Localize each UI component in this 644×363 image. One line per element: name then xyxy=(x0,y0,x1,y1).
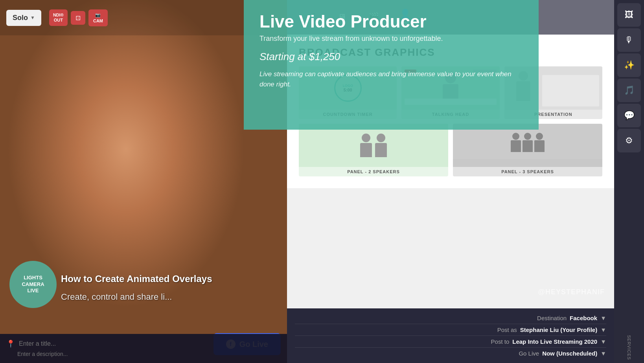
post-as-label: Post as xyxy=(497,326,517,333)
video-subtitle-overlay: Create, control and share li... xyxy=(61,292,172,302)
panel2-label: PANEL - 2 SPEAKERS xyxy=(299,167,448,176)
tiny-head-2 xyxy=(524,133,531,140)
image-text-button[interactable]: 🖼 xyxy=(617,3,641,27)
tiny-body-1 xyxy=(511,140,521,152)
destination-panel: Destination Facebook ▼ Post as Stephanie… xyxy=(287,308,614,363)
audio-button[interactable]: 🎙 xyxy=(617,28,641,52)
tiny-body-3 xyxy=(534,140,545,152)
monitor-button[interactable]: ⊡ xyxy=(71,11,85,25)
promo-description: Live streaming can captivate audiences a… xyxy=(259,69,523,89)
small-head-1 xyxy=(362,134,370,142)
chat-icon: 💬 xyxy=(624,110,635,121)
promo-price: Starting at $1,250 xyxy=(259,51,523,63)
destination-label: Destination xyxy=(537,315,567,321)
tiny-body-2 xyxy=(523,140,533,152)
cam-icon: 📷 xyxy=(95,13,101,18)
watermark: @HEYSTEPHANIF xyxy=(538,288,605,296)
cam-label: CAM xyxy=(93,18,103,23)
post-as-row: Post as Stephanie Liu (Your Profile) ▼ xyxy=(295,324,606,336)
solo-dropdown-arrow: ▼ xyxy=(30,15,35,20)
cam-button[interactable]: 📷 CAM xyxy=(88,9,108,26)
promo-title: Live Video Producer xyxy=(259,12,523,31)
panel3-preview xyxy=(453,124,602,167)
promo-subtitle: Transform your live stream from unknown … xyxy=(259,35,523,43)
title-input-row: 📍 xyxy=(6,339,281,348)
sparkle-icon: ✨ xyxy=(624,60,635,70)
music-icon: 🎵 xyxy=(624,85,635,95)
video-bottom-bar: 📍 xyxy=(0,334,287,363)
panel2-person2 xyxy=(375,134,387,157)
panel3-label: PANEL - 3 SPEAKERS xyxy=(453,167,602,176)
ndi-button[interactable]: NDI®OUT xyxy=(49,9,68,26)
go-live-time-row: Go Live Now (Unscheduled) ▼ xyxy=(295,348,606,359)
logo-line3: LIVE xyxy=(28,288,39,294)
panel3-card[interactable]: PANEL - 3 SPEAKERS xyxy=(453,124,602,176)
title-input[interactable] xyxy=(19,340,281,347)
logo-line2: CAMERA xyxy=(22,281,44,288)
panel3-person1 xyxy=(511,133,521,152)
settings-button[interactable]: ⚙ xyxy=(617,129,641,152)
tiny-head-3 xyxy=(536,133,543,140)
promo-overlay: Live Video Producer Transform your live … xyxy=(244,0,539,130)
post-to-row: Post to Leap Into Live Streaming 2020 ▼ xyxy=(295,336,606,348)
gear-icon: ⚙ xyxy=(625,136,633,146)
image-text-icon: 🖼 xyxy=(625,10,633,20)
pres-slide xyxy=(542,75,599,106)
go-live-time-label: Go Live xyxy=(519,350,539,357)
destination-row: Destination Facebook ▼ xyxy=(295,312,606,324)
destination-arrow[interactable]: ▼ xyxy=(600,315,606,321)
video-title-overlay: How to Create Animated Overlays xyxy=(61,273,212,284)
panel3-name-bar xyxy=(453,159,602,167)
playlist-button[interactable]: 🎵 xyxy=(617,79,641,102)
lcl-logo: LIGHTS CAMERA LIVE xyxy=(9,261,57,308)
panel2-card[interactable]: PANEL - 2 SPEAKERS xyxy=(299,124,448,176)
post-as-arrow[interactable]: ▼ xyxy=(600,326,606,333)
post-to-value: Leap Into Live Streaming 2020 xyxy=(512,338,597,345)
small-head-2 xyxy=(377,134,385,142)
location-icon: 📍 xyxy=(6,339,15,348)
post-to-label: Post to xyxy=(491,338,510,345)
effects-button[interactable]: ✨ xyxy=(617,53,641,77)
panel2-preview xyxy=(299,124,448,167)
solo-label: Solo xyxy=(13,14,28,22)
description-input[interactable] xyxy=(6,351,281,357)
services-label: SERVICES xyxy=(627,335,631,360)
chat-button[interactable]: 💬 xyxy=(617,104,641,127)
small-body-2 xyxy=(375,143,387,157)
destination-value: Facebook xyxy=(570,315,597,321)
right-sidebar: 🖼 🎙 ✨ 🎵 💬 ⚙ SERVICES xyxy=(614,0,644,363)
tiny-head-1 xyxy=(512,133,519,140)
panel3-person3 xyxy=(534,133,545,152)
logo-line1: LIGHTS xyxy=(24,275,42,281)
microphone-icon: 🎙 xyxy=(625,35,633,45)
post-to-arrow[interactable]: ▼ xyxy=(600,338,606,345)
solo-button[interactable]: Solo ▼ xyxy=(6,10,41,26)
post-as-value: Stephanie Liu (Your Profile) xyxy=(520,326,597,333)
panel3-person2 xyxy=(523,133,533,152)
small-body-1 xyxy=(360,143,372,157)
panel-row: PANEL - 2 SPEAKERS xyxy=(299,124,602,176)
go-live-time-arrow[interactable]: ▼ xyxy=(600,350,606,357)
go-live-time-value: Now (Unscheduled) xyxy=(542,350,597,357)
panel2-person1 xyxy=(360,134,372,157)
